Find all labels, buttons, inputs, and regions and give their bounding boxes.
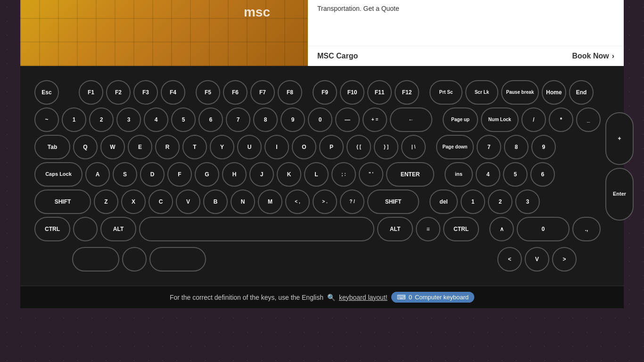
key-u[interactable]: U <box>237 135 262 159</box>
key-f3[interactable]: F3 <box>133 80 158 105</box>
computer-keyboard-badge[interactable]: ⌨ 0 Computer keyboard <box>391 292 474 303</box>
key-num-slash[interactable]: / <box>521 107 546 132</box>
key-f[interactable]: F <box>167 162 192 187</box>
key-g[interactable]: G <box>195 162 219 187</box>
key-h[interactable]: H <box>222 162 247 187</box>
key-x[interactable]: X <box>121 189 146 214</box>
key-win[interactable] <box>73 217 98 241</box>
key-quote[interactable]: " ' <box>359 162 383 187</box>
book-now-button[interactable]: Book Now › <box>572 52 614 60</box>
key-l[interactable]: L <box>304 162 329 187</box>
key-shift-left[interactable]: SHIFT <box>34 189 91 214</box>
key-num-plus[interactable]: + <box>605 112 634 165</box>
key-j[interactable]: J <box>249 162 274 187</box>
keyboard-layout-link[interactable]: keyboard layout! <box>339 294 388 301</box>
key-3[interactable]: 3 <box>116 107 141 132</box>
key-alt-left[interactable]: ALT <box>100 217 136 241</box>
key-enter[interactable]: ENTER <box>386 162 434 187</box>
key-del[interactable]: del <box>429 189 458 214</box>
key-n[interactable]: N <box>231 189 255 214</box>
key-tilde[interactable]: ~ <box>34 107 59 132</box>
key-w[interactable]: W <box>100 135 125 159</box>
key-k[interactable]: K <box>277 162 301 187</box>
key-num-4[interactable]: 4 <box>476 162 500 187</box>
key-plus[interactable]: + = <box>363 107 387 132</box>
key-num-minus[interactable]: _ <box>576 107 601 132</box>
key-ctrl-right[interactable]: CTRL <box>443 217 479 241</box>
key-f11[interactable]: F11 <box>367 80 392 105</box>
key-semicolon[interactable]: ; : <box>331 162 356 187</box>
key-f6[interactable]: F6 <box>223 80 248 105</box>
key-t[interactable]: T <box>182 135 207 159</box>
key-y[interactable]: Y <box>210 135 234 159</box>
key-0[interactable]: 0 <box>308 107 332 132</box>
key-scrlk[interactable]: Scr Lk <box>465 80 498 105</box>
key-backslash[interactable]: | \ <box>401 135 426 159</box>
key-b[interactable]: B <box>203 189 228 214</box>
key-2[interactable]: 2 <box>89 107 114 132</box>
key-slash[interactable]: ? / <box>340 189 364 214</box>
key-num-5[interactable]: 5 <box>503 162 528 187</box>
key-8[interactable]: 8 <box>253 107 278 132</box>
key-f9[interactable]: F9 <box>313 80 337 105</box>
key-6[interactable]: 6 <box>198 107 223 132</box>
key-num-8[interactable]: 8 <box>504 135 528 159</box>
key-num-9[interactable]: 9 <box>531 135 556 159</box>
key-f4[interactable]: F4 <box>161 80 185 105</box>
key-num-enter[interactable]: Enter <box>605 168 634 221</box>
key-bracket-close[interactable]: } ] <box>374 135 398 159</box>
key-7[interactable]: 7 <box>226 107 250 132</box>
key-pagedown[interactable]: Page down <box>436 135 474 159</box>
key-touchpad-mid[interactable] <box>122 247 147 272</box>
key-num-3[interactable]: 3 <box>515 189 540 214</box>
key-arrow-left[interactable]: < <box>497 247 522 272</box>
key-ctrl-left[interactable]: CTRL <box>34 217 70 241</box>
key-o[interactable]: O <box>292 135 316 159</box>
key-pause[interactable]: Pause break <box>501 80 539 105</box>
key-num-6[interactable]: 6 <box>530 162 555 187</box>
key-touchpad-left[interactable] <box>72 247 119 272</box>
key-num-0[interactable]: 0 <box>517 217 570 241</box>
key-r[interactable]: R <box>155 135 180 159</box>
key-prtsc[interactable]: Prt Sc <box>429 80 462 105</box>
key-e[interactable]: E <box>128 135 152 159</box>
key-f12[interactable]: F12 <box>395 80 419 105</box>
key-bracket-open[interactable]: { [ <box>347 135 371 159</box>
key-alt-right[interactable]: ALT <box>377 217 413 241</box>
key-num-7[interactable]: 7 <box>477 135 501 159</box>
key-5[interactable]: 5 <box>171 107 196 132</box>
key-space[interactable] <box>139 217 374 241</box>
key-arrow-down[interactable]: V <box>525 247 549 272</box>
key-s[interactable]: S <box>113 162 137 187</box>
key-esc[interactable]: Esc <box>34 80 59 105</box>
key-q[interactable]: Q <box>73 135 98 159</box>
key-backspace[interactable]: ← <box>390 107 432 132</box>
key-minus[interactable]: — <box>335 107 360 132</box>
key-f10[interactable]: F10 <box>340 80 364 105</box>
key-tab[interactable]: Tab <box>34 135 70 159</box>
key-a[interactable]: A <box>85 162 110 187</box>
key-arrow-right[interactable]: > <box>552 247 577 272</box>
key-ins[interactable]: ins <box>445 162 473 187</box>
key-comma[interactable]: < , <box>285 189 310 214</box>
key-numlock[interactable]: Num Lock <box>481 107 519 132</box>
key-1[interactable]: 1 <box>62 107 86 132</box>
key-d[interactable]: D <box>140 162 165 187</box>
key-f8[interactable]: F8 <box>278 80 302 105</box>
key-shift-right[interactable]: SHIFT <box>367 189 419 214</box>
key-period[interactable]: > . <box>313 189 337 214</box>
key-p[interactable]: P <box>319 135 344 159</box>
key-touchpad-right[interactable] <box>149 247 206 272</box>
key-f1[interactable]: F1 <box>79 80 103 105</box>
key-capslock[interactable]: Caps Lock <box>34 162 83 187</box>
key-pageup[interactable]: Page up <box>443 107 478 132</box>
key-num-star[interactable]: * <box>549 107 573 132</box>
key-c[interactable]: C <box>149 189 173 214</box>
key-f5[interactable]: F5 <box>196 80 220 105</box>
key-num-2[interactable]: 2 <box>488 189 512 214</box>
key-num-1[interactable]: 1 <box>461 189 485 214</box>
key-f2[interactable]: F2 <box>106 80 131 105</box>
key-menu[interactable]: ≡ <box>416 217 440 241</box>
key-i[interactable]: I <box>264 135 289 159</box>
key-home[interactable]: Home <box>542 80 566 105</box>
